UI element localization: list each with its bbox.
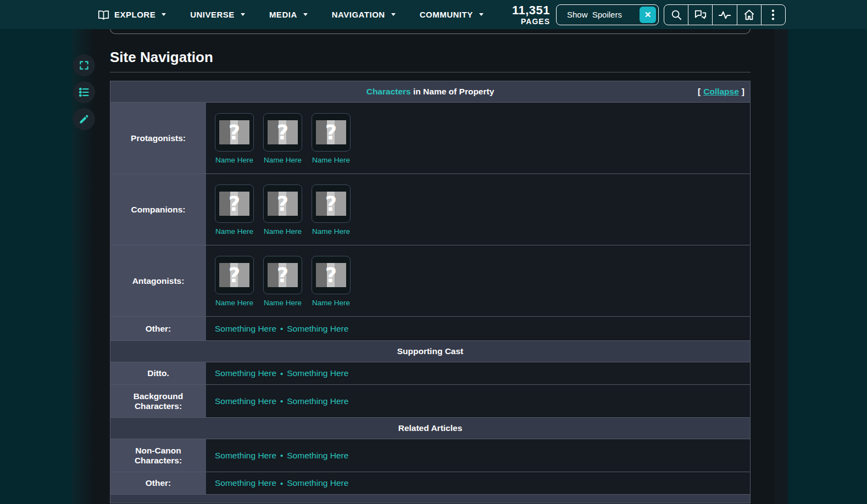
- chevron-down-icon: [303, 13, 308, 16]
- character-placeholder-image[interactable]: ?: [312, 113, 351, 152]
- book-icon: [98, 10, 109, 20]
- table-row-antagonists: Antagonists: ? Name Here ? Name Here ?: [110, 245, 750, 316]
- search-button[interactable]: [664, 5, 688, 25]
- nav-menu-universe[interactable]: UNIVERSE: [190, 10, 245, 19]
- character-placeholder-image[interactable]: ?: [312, 184, 351, 223]
- nav-menu-label: MEDIA: [269, 10, 297, 19]
- navbox-title-row: Characters in Name of Property [ Collaps…: [110, 81, 750, 102]
- activity-button[interactable]: [712, 5, 736, 25]
- something-link[interactable]: Something Here: [287, 451, 348, 461]
- character-name-link[interactable]: Name Here: [264, 156, 302, 164]
- character-placeholder-image[interactable]: ?: [312, 256, 351, 294]
- row-label: Ditto.: [110, 362, 206, 384]
- something-link[interactable]: Something Here: [215, 478, 276, 488]
- something-link[interactable]: Something Here: [215, 368, 276, 378]
- character-name-link[interactable]: Name Here: [312, 156, 350, 164]
- section-label: Supporting Cast: [397, 346, 464, 356]
- nav-menu-navigation[interactable]: NAVIGATION: [332, 10, 396, 19]
- article-content-panel: Site Navigation Characters in Name of Pr…: [72, 29, 788, 504]
- nav-menu-label: NAVIGATION: [332, 10, 385, 19]
- row-label: Other:: [110, 317, 206, 340]
- characters-link[interactable]: Characters: [366, 87, 411, 96]
- table-row-ditto: Ditto. Something Here • Something Here: [110, 362, 750, 384]
- section-row-partial: [110, 494, 750, 503]
- chevron-down-icon: [391, 13, 396, 16]
- table-row-non-canon-characters: Non-Canon Characters: Something Here • S…: [110, 439, 750, 472]
- something-link[interactable]: Something Here: [215, 396, 276, 406]
- section-title-rule: [110, 72, 751, 72]
- nav-menu-community[interactable]: COMMUNITY: [420, 10, 483, 19]
- link-separator: •: [280, 324, 283, 333]
- section-row-related-articles: Related Articles: [110, 417, 750, 439]
- row-label: Protagonists:: [110, 103, 206, 173]
- question-mark-glyph: ?: [325, 122, 337, 143]
- navbox-title-suffix: in Name of Property: [411, 87, 494, 96]
- link-separator: •: [280, 479, 283, 488]
- character-name-link[interactable]: Name Here: [264, 299, 302, 307]
- something-link[interactable]: Something Here: [287, 396, 348, 406]
- character-placeholder-image[interactable]: ?: [263, 184, 302, 223]
- question-mark-glyph: ?: [229, 194, 240, 214]
- character-placeholder-image[interactable]: ?: [215, 184, 254, 223]
- character-card: ? Name Here: [215, 256, 254, 307]
- character-placeholder-image[interactable]: ?: [215, 256, 254, 294]
- section-label: Related Articles: [398, 423, 463, 433]
- characters-navbox: Characters in Name of Property [ Collaps…: [110, 81, 751, 503]
- character-card: ? Name Here: [263, 256, 302, 307]
- row-label: Background Characters:: [110, 385, 206, 417]
- more-options-button[interactable]: [761, 5, 785, 25]
- character-name-link[interactable]: Name Here: [215, 156, 253, 164]
- character-card: ? Name Here: [263, 184, 302, 236]
- row-label: Non-Canon Characters:: [110, 439, 206, 472]
- spoilers-close-button[interactable]: ✕: [640, 7, 656, 23]
- character-name-link[interactable]: Name Here: [264, 227, 302, 236]
- page-count-label: PAGES: [512, 18, 550, 25]
- left-tool-rail: [73, 54, 95, 130]
- nav-menu-explore[interactable]: EXPLORE: [98, 10, 166, 20]
- character-placeholder-image[interactable]: ?: [215, 113, 254, 152]
- question-mark-glyph: ?: [229, 265, 240, 285]
- top-navigation-bar: EXPLORE UNIVERSE MEDIA NAVIGATION COMMUN…: [0, 0, 867, 29]
- previous-box-bottom-edge: [110, 29, 751, 34]
- character-placeholder-image[interactable]: ?: [263, 113, 302, 152]
- discussions-button[interactable]: [688, 5, 712, 25]
- character-name-link[interactable]: Name Here: [215, 227, 253, 236]
- show-spoilers-toggle[interactable]: Show Spoilers ✕: [556, 4, 659, 25]
- table-row-companions: Companions: ? Name Here ? Name Here ?: [110, 173, 750, 245]
- contents-list-button[interactable]: [73, 81, 95, 103]
- character-placeholder-image[interactable]: ?: [263, 256, 302, 294]
- pencil-icon: [79, 114, 90, 125]
- fullscreen-button[interactable]: [73, 54, 95, 76]
- character-card: ? Name Here: [312, 184, 351, 236]
- table-row-other-bottom: Other: Something Here • Something Here: [110, 472, 750, 494]
- page-section-title: Site Navigation: [110, 49, 751, 66]
- character-name-link[interactable]: Name Here: [215, 299, 253, 307]
- nav-menu-label: COMMUNITY: [420, 10, 473, 19]
- question-mark-glyph: ?: [277, 122, 288, 143]
- edit-button[interactable]: [73, 108, 95, 130]
- row-label: Other:: [110, 472, 206, 494]
- character-name-link[interactable]: Name Here: [312, 227, 350, 236]
- something-link[interactable]: Something Here: [287, 368, 348, 378]
- character-name-link[interactable]: Name Here: [312, 299, 350, 307]
- something-link[interactable]: Something Here: [287, 478, 348, 488]
- list-icon: [79, 87, 90, 98]
- something-link[interactable]: Something Here: [287, 324, 348, 334]
- table-row-protagonists: Protagonists: ? Name Here ? Name Here ?: [110, 102, 750, 173]
- page-count: 11,351 PAGES: [512, 4, 556, 25]
- question-mark-glyph: ?: [325, 194, 337, 214]
- question-mark-glyph: ?: [325, 265, 337, 285]
- link-separator: •: [280, 451, 283, 460]
- character-card: ? Name Here: [263, 113, 302, 164]
- something-link[interactable]: Something Here: [215, 451, 276, 461]
- link-separator: •: [280, 396, 283, 406]
- nav-menu-label: UNIVERSE: [190, 10, 235, 19]
- show-spoilers-label: Show Spoilers: [567, 10, 622, 19]
- collapse-link[interactable]: Collapse: [703, 87, 739, 97]
- home-button[interactable]: [737, 5, 761, 25]
- link-separator: •: [280, 369, 283, 378]
- chevron-down-icon: [241, 13, 245, 16]
- activity-pulse-icon: [718, 9, 731, 21]
- nav-menu-media[interactable]: MEDIA: [269, 10, 308, 19]
- something-link[interactable]: Something Here: [215, 324, 276, 334]
